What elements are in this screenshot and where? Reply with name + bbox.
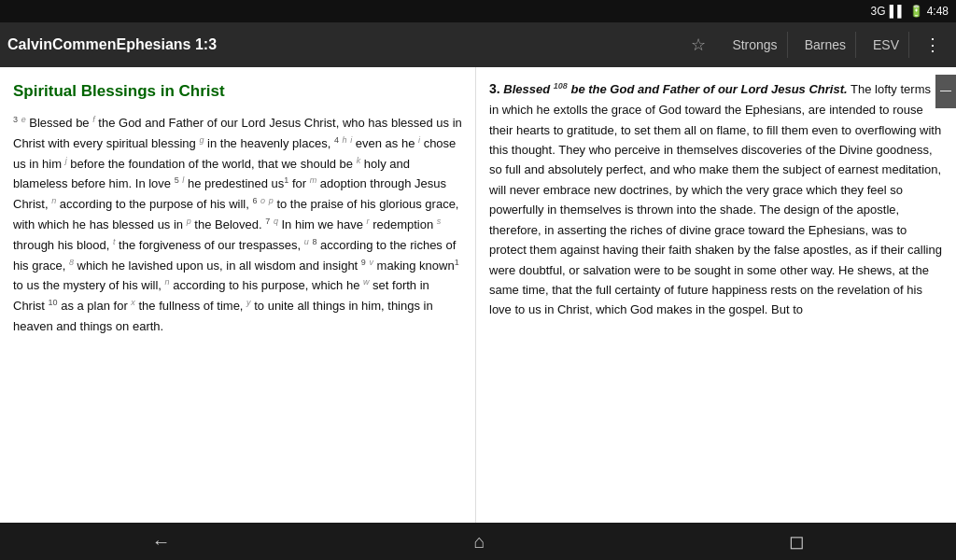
collapse-button[interactable]: — xyxy=(935,75,956,108)
content-area: Spiritual Blessings in Christ 3 e Blesse… xyxy=(0,67,956,523)
status-bar: 3G ▌▌ 🔋 4:48 xyxy=(0,0,956,22)
battery-icon: 🔋 xyxy=(909,5,923,18)
network-indicator: 3G xyxy=(871,5,886,18)
bottom-nav: ← ⌂ ◻ xyxy=(0,523,956,560)
verse-italic-text: Blessed 108 be the God and Father of our… xyxy=(503,82,847,96)
ref-number: 108 xyxy=(554,81,568,91)
bookmark-button[interactable]: ☆ xyxy=(682,29,715,61)
verse-number: 3. xyxy=(489,81,500,96)
right-panel[interactable]: — 3. Blessed 108 be the God and Father o… xyxy=(476,67,956,523)
barnes-button[interactable]: Barnes xyxy=(795,32,856,58)
status-icons: 3G ▌▌ 🔋 4:48 xyxy=(871,5,949,18)
time-display: 4:48 xyxy=(927,5,949,18)
commentary-text: 3. Blessed 108 be the God and Father of … xyxy=(489,78,943,320)
section-heading: Spiritual Blessings in Christ xyxy=(13,78,462,104)
signal-strength: ▌▌ xyxy=(890,5,906,18)
verse-text: 3 e Blessed be f the God and Father of o… xyxy=(13,113,462,336)
menu-button[interactable]: ⋮ xyxy=(917,29,949,61)
top-bar: CalvinCommenEphesians 1:3 ☆ Strongs Barn… xyxy=(0,22,956,67)
esv-button[interactable]: ESV xyxy=(864,32,909,58)
recent-button[interactable]: ◻ xyxy=(770,526,823,556)
commentary-body: The lofty terms in which he extolls the … xyxy=(489,82,942,316)
home-button[interactable]: ⌂ xyxy=(455,527,503,556)
app-title: CalvinCommenEphesians 1:3 xyxy=(7,36,674,53)
left-panel[interactable]: Spiritual Blessings in Christ 3 e Blesse… xyxy=(0,67,476,523)
strongs-button[interactable]: Strongs xyxy=(723,32,787,58)
back-button[interactable]: ← xyxy=(133,527,189,556)
